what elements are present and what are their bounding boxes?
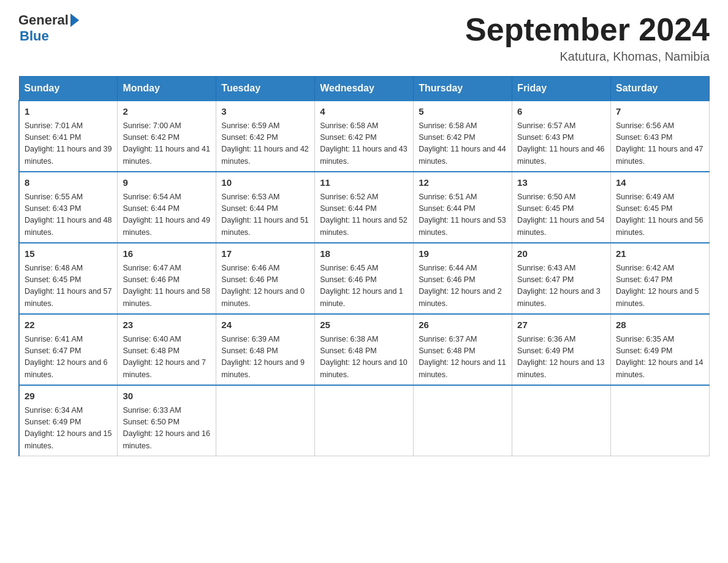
day-number: 15: [25, 247, 112, 261]
day-number: 23: [123, 318, 211, 332]
day-of-week-header: Tuesday: [216, 77, 315, 101]
calendar-day-cell: 27Sunrise: 6:36 AMSunset: 6:49 PMDayligh…: [512, 314, 611, 385]
day-number: 16: [123, 247, 211, 261]
day-info: Sunrise: 6:34 AMSunset: 6:49 PMDaylight:…: [25, 405, 112, 453]
day-number: 3: [221, 105, 309, 119]
calendar-day-cell: 16Sunrise: 6:47 AMSunset: 6:46 PMDayligh…: [118, 243, 216, 314]
day-number: 14: [616, 176, 704, 190]
calendar-week-row: 29Sunrise: 6:34 AMSunset: 6:49 PMDayligh…: [19, 385, 710, 456]
day-info: Sunrise: 6:46 AMSunset: 6:46 PMDaylight:…: [221, 262, 309, 310]
day-number: 17: [221, 247, 309, 261]
calendar-day-cell: 7Sunrise: 6:56 AMSunset: 6:43 PMDaylight…: [611, 101, 710, 172]
day-number: 29: [25, 389, 112, 404]
logo-arrow-icon: [70, 13, 79, 27]
calendar-day-cell: 24Sunrise: 6:39 AMSunset: 6:48 PMDayligh…: [216, 314, 315, 385]
calendar-day-cell: 28Sunrise: 6:35 AMSunset: 6:49 PMDayligh…: [611, 314, 710, 385]
calendar-day-cell: 5Sunrise: 6:58 AMSunset: 6:42 PMDaylight…: [414, 101, 512, 172]
day-info: Sunrise: 6:36 AMSunset: 6:49 PMDaylight:…: [517, 334, 605, 381]
calendar-week-row: 15Sunrise: 6:48 AMSunset: 6:45 PMDayligh…: [19, 243, 710, 314]
location-text: Katutura, Khomas, Namibia: [465, 50, 710, 64]
calendar-day-cell: 15Sunrise: 6:48 AMSunset: 6:45 PMDayligh…: [19, 243, 118, 314]
day-info: Sunrise: 6:42 AMSunset: 6:47 PMDaylight:…: [616, 262, 704, 310]
day-number: 6: [517, 105, 605, 119]
day-info: Sunrise: 6:51 AMSunset: 6:44 PMDaylight:…: [419, 191, 507, 239]
day-number: 4: [320, 105, 408, 119]
day-number: 7: [616, 105, 704, 119]
month-title: September 2024: [465, 12, 710, 47]
day-number: 20: [517, 247, 605, 261]
day-number: 5: [419, 105, 507, 119]
calendar-table: SundayMondayTuesdayWednesdayThursdayFrid…: [18, 76, 710, 456]
day-number: 2: [123, 105, 211, 119]
day-number: 24: [221, 318, 309, 332]
day-number: 8: [25, 176, 112, 190]
day-number: 26: [419, 318, 507, 332]
calendar-day-cell: 9Sunrise: 6:54 AMSunset: 6:44 PMDaylight…: [118, 172, 216, 243]
day-info: Sunrise: 6:47 AMSunset: 6:46 PMDaylight:…: [123, 262, 211, 310]
day-info: Sunrise: 7:00 AMSunset: 6:42 PMDaylight:…: [123, 120, 211, 168]
calendar-day-cell: 22Sunrise: 6:41 AMSunset: 6:47 PMDayligh…: [19, 314, 118, 385]
day-number: 27: [517, 318, 605, 332]
calendar-day-cell: [216, 385, 315, 456]
day-info: Sunrise: 6:50 AMSunset: 6:45 PMDaylight:…: [517, 191, 605, 239]
page-header: General Blue September 2024 Katutura, Kh…: [18, 12, 710, 64]
day-info: Sunrise: 6:59 AMSunset: 6:42 PMDaylight:…: [221, 120, 309, 168]
day-number: 22: [25, 318, 112, 332]
day-number: 12: [419, 176, 507, 190]
day-of-week-header: Thursday: [414, 77, 512, 101]
day-of-week-header: Sunday: [19, 77, 118, 101]
day-info: Sunrise: 6:58 AMSunset: 6:42 PMDaylight:…: [419, 120, 507, 168]
calendar-day-cell: 14Sunrise: 6:49 AMSunset: 6:45 PMDayligh…: [611, 172, 710, 243]
day-info: Sunrise: 6:48 AMSunset: 6:45 PMDaylight:…: [25, 262, 112, 310]
calendar-day-cell: 4Sunrise: 6:58 AMSunset: 6:42 PMDaylight…: [315, 101, 414, 172]
day-number: 25: [320, 318, 408, 332]
day-of-week-header: Monday: [118, 77, 216, 101]
calendar-week-row: 22Sunrise: 6:41 AMSunset: 6:47 PMDayligh…: [19, 314, 710, 385]
calendar-header-row: SundayMondayTuesdayWednesdayThursdayFrid…: [19, 77, 710, 101]
title-block: September 2024 Katutura, Khomas, Namibia: [465, 12, 710, 64]
calendar-week-row: 8Sunrise: 6:55 AMSunset: 6:43 PMDaylight…: [19, 172, 710, 243]
day-info: Sunrise: 6:49 AMSunset: 6:45 PMDaylight:…: [616, 191, 704, 239]
calendar-day-cell: 12Sunrise: 6:51 AMSunset: 6:44 PMDayligh…: [414, 172, 512, 243]
day-number: 9: [123, 176, 211, 190]
day-number: 21: [616, 247, 704, 261]
day-info: Sunrise: 6:55 AMSunset: 6:43 PMDaylight:…: [25, 191, 112, 239]
day-info: Sunrise: 6:37 AMSunset: 6:48 PMDaylight:…: [419, 334, 507, 381]
day-info: Sunrise: 6:38 AMSunset: 6:48 PMDaylight:…: [320, 334, 408, 381]
day-info: Sunrise: 6:56 AMSunset: 6:43 PMDaylight:…: [616, 120, 704, 168]
calendar-day-cell: 18Sunrise: 6:45 AMSunset: 6:46 PMDayligh…: [315, 243, 414, 314]
day-info: Sunrise: 6:58 AMSunset: 6:42 PMDaylight:…: [320, 120, 408, 168]
calendar-day-cell: 30Sunrise: 6:33 AMSunset: 6:50 PMDayligh…: [118, 385, 216, 456]
day-number: 30: [123, 389, 211, 404]
day-of-week-header: Wednesday: [315, 77, 414, 101]
calendar-day-cell: 6Sunrise: 6:57 AMSunset: 6:43 PMDaylight…: [512, 101, 611, 172]
calendar-day-cell: 17Sunrise: 6:46 AMSunset: 6:46 PMDayligh…: [216, 243, 315, 314]
day-info: Sunrise: 6:35 AMSunset: 6:49 PMDaylight:…: [616, 334, 704, 381]
logo: General Blue: [18, 12, 79, 44]
day-info: Sunrise: 6:45 AMSunset: 6:46 PMDaylight:…: [320, 262, 408, 310]
day-info: Sunrise: 6:39 AMSunset: 6:48 PMDaylight:…: [221, 334, 309, 381]
calendar-week-row: 1Sunrise: 7:01 AMSunset: 6:41 PMDaylight…: [19, 101, 710, 172]
day-number: 28: [616, 318, 704, 332]
day-info: Sunrise: 6:41 AMSunset: 6:47 PMDaylight:…: [25, 334, 112, 381]
calendar-day-cell: 29Sunrise: 6:34 AMSunset: 6:49 PMDayligh…: [19, 385, 118, 456]
day-info: Sunrise: 6:53 AMSunset: 6:44 PMDaylight:…: [221, 191, 309, 239]
day-number: 18: [320, 247, 408, 261]
logo-general-text: General: [18, 12, 69, 28]
day-info: Sunrise: 6:54 AMSunset: 6:44 PMDaylight:…: [123, 191, 211, 239]
calendar-day-cell: 13Sunrise: 6:50 AMSunset: 6:45 PMDayligh…: [512, 172, 611, 243]
calendar-day-cell: 3Sunrise: 6:59 AMSunset: 6:42 PMDaylight…: [216, 101, 315, 172]
day-info: Sunrise: 6:40 AMSunset: 6:48 PMDaylight:…: [123, 334, 211, 381]
calendar-day-cell: [414, 385, 512, 456]
calendar-day-cell: [512, 385, 611, 456]
calendar-day-cell: 19Sunrise: 6:44 AMSunset: 6:46 PMDayligh…: [414, 243, 512, 314]
day-of-week-header: Saturday: [611, 77, 710, 101]
calendar-day-cell: 21Sunrise: 6:42 AMSunset: 6:47 PMDayligh…: [611, 243, 710, 314]
logo-blue-text: Blue: [20, 28, 49, 44]
calendar-day-cell: 11Sunrise: 6:52 AMSunset: 6:44 PMDayligh…: [315, 172, 414, 243]
day-info: Sunrise: 6:52 AMSunset: 6:44 PMDaylight:…: [320, 191, 408, 239]
day-number: 11: [320, 176, 408, 190]
calendar-day-cell: [315, 385, 414, 456]
day-info: Sunrise: 6:57 AMSunset: 6:43 PMDaylight:…: [517, 120, 605, 168]
calendar-day-cell: 2Sunrise: 7:00 AMSunset: 6:42 PMDaylight…: [118, 101, 216, 172]
